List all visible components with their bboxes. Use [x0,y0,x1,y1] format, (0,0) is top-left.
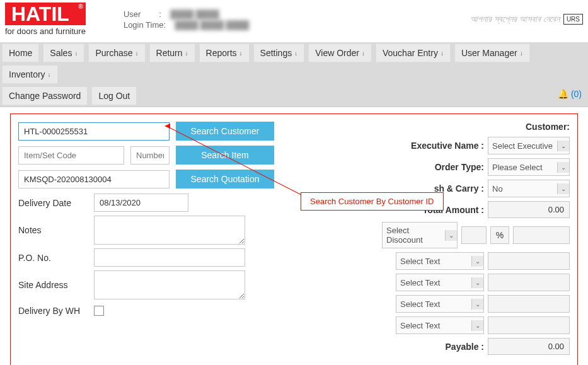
select-text-3[interactable]: Select Text⌄ [396,295,484,313]
user-value-blur: ████ ████ [170,9,219,19]
search-quotation-button[interactable]: Search Quotation [176,170,274,188]
po-label: P.O. No. [18,250,94,265]
menu-inventory[interactable]: Inventory↓ [2,65,58,84]
payable-label: Payable : [446,342,484,352]
chevron-down-icon: ⌄ [557,162,569,173]
chevron-down-icon: ↓ [239,50,243,57]
po-input[interactable] [94,248,245,267]
notes-label: Notes [18,223,94,238]
delivery-date-label: Delivery Date [18,195,94,211]
chevron-down-icon: ↓ [48,71,51,78]
chevron-down-icon: ↓ [74,50,78,57]
main-menu: Home Sales↓ Purchase↓ Return↓ Reports↓ S… [0,42,588,107]
item-number-input[interactable] [130,146,170,165]
chevron-down-icon: ↓ [294,50,297,57]
site-address-label: Site Address [18,277,94,293]
select-text-1-value: Select Text [400,257,440,266]
select-text-3-value: Select Text [400,299,440,309]
site-address-textarea[interactable] [94,270,245,299]
menu-vouchar[interactable]: Vouchar Entry↓ [376,43,451,62]
select-text-4-value: Select Text [400,321,440,330]
menu-reports[interactable]: Reports↓ [199,43,250,62]
select-text-4-box[interactable] [488,316,570,334]
chevron-down-icon: ⌄ [557,141,569,151]
percent-label: % [490,226,509,244]
chevron-down-icon: ⌄ [445,230,457,241]
notification-bell[interactable]: 🔔 (0) [551,85,588,107]
select-text-2-box[interactable] [488,274,570,291]
menu-settings-label: Settings [260,48,292,58]
delivery-wh-checkbox[interactable] [94,306,104,316]
executive-label: Executive Name : [411,141,484,151]
menu-purchase[interactable]: Purchase↓ [88,43,145,62]
logo-tagline: for doors and furniture [5,26,86,36]
select-text-3-box[interactable] [488,295,570,313]
menu-return[interactable]: Return↓ [149,43,195,62]
menu-user-manager[interactable]: User Manager↓ [454,43,530,62]
menu-sales-label: Sales [50,48,72,58]
cash-carry-select[interactable]: No⌄ [488,180,570,197]
select-text-4[interactable]: Select Text⌄ [396,316,484,334]
menu-user-mgr-label: User Manager [461,48,517,58]
order-type-label: Order Type: [435,162,484,172]
callout-arrowhead [164,124,170,129]
discount-result-box [513,226,570,244]
delivery-wh-label: Delivery By WH [18,303,94,318]
chevron-down-icon: ⌄ [471,320,483,331]
chevron-down-icon: ↓ [520,50,523,57]
chevron-down-icon: ⌄ [471,277,483,288]
cash-carry-value: No [492,184,503,194]
executive-select[interactable]: Select Executive⌄ [488,137,570,154]
login-time-blur: ████ ████ ████ [175,20,250,30]
notification-count: (0) [571,89,582,99]
callout-box: Search Customer By Customer ID [301,192,444,211]
menu-home-label: Home [9,48,32,58]
select-text-2[interactable]: Select Text⌄ [396,274,484,291]
menu-purchase-label: Purchase [95,48,132,58]
chevron-down-icon: ↓ [362,50,365,57]
login-time-label: Login Time: [124,20,166,30]
menu-settings[interactable]: Settings↓ [253,43,305,62]
quotation-input[interactable] [18,170,170,188]
menu-logout-label: Log Out [98,91,130,101]
chevron-down-icon: ⌄ [557,183,569,194]
cert-badge: URS [563,14,583,25]
customer-id-input[interactable] [18,122,170,141]
executive-value: Select Executive [492,141,553,151]
page-header: HATIL ® for doors and furniture User : █… [0,0,588,38]
select-text-1-box[interactable] [488,252,570,270]
logo-text: HATIL [11,3,69,25]
menu-view-order-label: View Order [315,48,359,58]
logo-registered: ® [79,4,83,10]
discount-select[interactable]: Select Disocount⌄ [382,222,458,248]
order-type-value: Please Select [492,163,543,172]
delivery-date-input[interactable] [94,194,188,212]
chevron-down-icon: ⌄ [471,256,483,267]
menu-chpwd-label: Change Password [9,91,81,101]
menu-home[interactable]: Home [2,43,39,62]
discount-amount-box[interactable] [461,226,487,244]
chevron-down-icon: ↓ [135,50,139,57]
item-code-input[interactable] [18,146,124,165]
header-slogan: আপনার স্বপ্নের আসবাব নেবেন [470,14,560,25]
menu-inventory-label: Inventory [9,69,45,79]
menu-return-label: Return [156,48,183,58]
notes-textarea[interactable] [94,216,245,245]
bell-icon: 🔔 [558,89,568,99]
menu-change-password[interactable]: Change Password [2,86,88,105]
menu-logout[interactable]: Log Out [91,86,137,105]
menu-view-order[interactable]: View Order↓ [308,43,372,62]
callout-text: Search Customer By Customer ID [310,197,434,206]
select-text-1[interactable]: Select Text⌄ [396,252,484,270]
menu-vouchar-label: Vouchar Entry [383,48,438,58]
menu-reports-label: Reports [206,48,237,58]
chevron-down-icon: ⌄ [471,299,483,310]
logo: HATIL ® for doors and furniture [5,3,86,36]
payable-value: 0.00 [488,338,570,355]
quotation-form: Search Customer By Customer ID Search Cu… [10,113,578,365]
order-type-select[interactable]: Please Select⌄ [488,158,570,176]
discount-value: Select Disocount [386,226,441,245]
select-text-2-value: Select Text [400,278,440,287]
user-info: User : ████ ████ Login Time: ████ ████ █… [124,8,249,31]
menu-sales[interactable]: Sales↓ [43,43,84,62]
